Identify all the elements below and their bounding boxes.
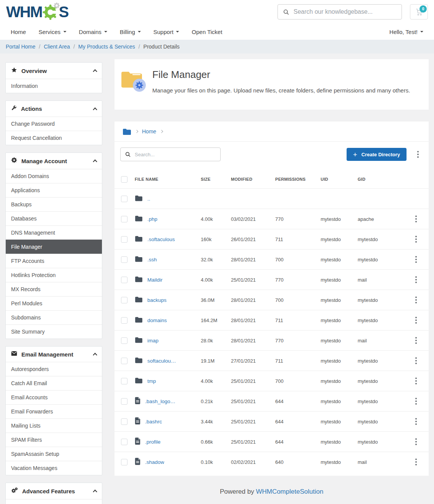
- breadcrumb-link-portal-home[interactable]: Portal Home: [6, 44, 35, 50]
- row-checkbox[interactable]: [121, 439, 127, 445]
- file-name-link[interactable]: tmp: [147, 378, 156, 384]
- row-checkbox[interactable]: [121, 216, 127, 222]
- sidebar-item-mx-records[interactable]: MX Records: [6, 282, 102, 296]
- sidebar-item-information[interactable]: Information: [6, 79, 102, 93]
- sidebar-item-file-manager[interactable]: File Manager: [6, 240, 102, 254]
- sidebar-item-spamassasin-setup[interactable]: SpamAssasin Setup: [6, 447, 102, 461]
- file-name-link[interactable]: .ssh: [147, 257, 157, 263]
- cell-modified: 27/01/2021: [231, 358, 275, 364]
- file-name-link[interactable]: domains: [147, 318, 167, 323]
- table-options-kebab-button[interactable]: [415, 149, 421, 159]
- row-checkbox[interactable]: [121, 196, 127, 202]
- chevron-right-icon: [160, 130, 163, 133]
- row-checkbox[interactable]: [121, 337, 127, 344]
- file-name-link[interactable]: backups: [147, 297, 166, 303]
- row-actions-kebab-button[interactable]: [413, 416, 419, 426]
- breadcrumb-link-my-products-services[interactable]: My Products & Services: [78, 44, 135, 50]
- row-checkbox[interactable]: [121, 398, 127, 405]
- nav-item-support[interactable]: Support: [153, 29, 179, 35]
- folder-icon: [135, 296, 143, 304]
- sidebar-item-ftp-accounts[interactable]: FTP Accounts: [6, 254, 102, 268]
- sidebar-item-change-password[interactable]: Change Password: [6, 117, 102, 131]
- sidebar-item-perl-modules[interactable]: Perl Modules: [6, 296, 102, 310]
- table-row: domains164.2M28/01/2021711mytestdomytest…: [115, 310, 429, 330]
- file-name-link[interactable]: .profile: [145, 439, 161, 445]
- row-actions-kebab-button[interactable]: [413, 254, 419, 264]
- nav-item-domains[interactable]: Domains: [79, 29, 107, 35]
- row-checkbox[interactable]: [121, 277, 127, 283]
- row-checkbox[interactable]: [121, 418, 127, 425]
- sidebar-item-catch-all-email[interactable]: Catch All Email: [6, 376, 102, 390]
- nav-item-open-ticket[interactable]: Open Ticket: [192, 29, 222, 35]
- row-checkbox[interactable]: [121, 317, 127, 324]
- sidebar-panel-header-overview[interactable]: Overview: [6, 63, 102, 79]
- sidebar-item-email-accounts[interactable]: Email Accounts: [6, 390, 102, 404]
- file-name-link[interactable]: .shadow: [145, 459, 164, 465]
- file-name-link[interactable]: .softaculous: [147, 237, 175, 242]
- whmcs-logo[interactable]: WHM: [6, 3, 68, 20]
- sidebar-item-autoresponders[interactable]: Autoresponders: [6, 362, 102, 376]
- row-checkbox[interactable]: [121, 358, 127, 364]
- sidebar-item-apache-handlers[interactable]: Apache Handlers: [6, 499, 102, 504]
- file-name-link[interactable]: imap: [147, 338, 158, 344]
- file-search-input[interactable]: [135, 152, 216, 157]
- sidebar-item-backups[interactable]: Backups: [6, 197, 102, 211]
- cell-modified: 28/01/2021: [231, 338, 275, 344]
- folder-icon: [135, 337, 143, 344]
- cart-button[interactable]: 0: [410, 4, 428, 19]
- row-checkbox[interactable]: [121, 256, 127, 263]
- select-all-checkbox[interactable]: [121, 176, 127, 183]
- file-name-link[interactable]: .bash_logo…: [145, 399, 176, 404]
- nav-item-home[interactable]: Home: [11, 29, 26, 35]
- sidebar-panel-header-advanced-features[interactable]: Advanced Features: [6, 483, 102, 499]
- file-name-link[interactable]: Maildir: [147, 277, 163, 283]
- row-checkbox[interactable]: [121, 378, 127, 384]
- sidebar-item-addon-domains[interactable]: Addon Domains: [6, 169, 102, 183]
- user-menu[interactable]: Hello, Test!: [389, 29, 423, 35]
- file-name-link[interactable]: softaculou…: [147, 358, 176, 364]
- cell-modified: 28/01/2021: [231, 297, 275, 303]
- sidebar-panel-header-actions[interactable]: Actions: [6, 101, 102, 117]
- row-actions-kebab-button[interactable]: [413, 234, 419, 244]
- sidebar-panel-header-email-management[interactable]: Email Management: [6, 347, 102, 362]
- sidebar-item-email-forwarders[interactable]: Email Forwarders: [6, 404, 102, 418]
- file-name-link[interactable]: .php: [147, 216, 157, 222]
- sidebar-item-hotlinks-protection[interactable]: Hotlinks Protection: [6, 268, 102, 282]
- whmcs-brand-link[interactable]: WHMCompleteSolution: [256, 488, 323, 495]
- row-actions-kebab-button[interactable]: [413, 376, 419, 386]
- sidebar-item-databases[interactable]: Databases: [6, 211, 102, 225]
- row-actions-kebab-button[interactable]: [413, 335, 419, 345]
- nav-item-billing[interactable]: Billing: [120, 29, 141, 35]
- breadcrumb-link-client-area[interactable]: Client Area: [44, 44, 70, 50]
- row-actions-kebab-button[interactable]: [413, 275, 419, 285]
- sidebar-item-subdomains[interactable]: Subdomains: [6, 310, 102, 324]
- knowledgebase-search-input[interactable]: [294, 8, 397, 15]
- sidebar-item-dns-management[interactable]: DNS Management: [6, 225, 102, 240]
- sidebar-item-applications[interactable]: Applications: [6, 183, 102, 197]
- sidebar-item-mailing-lists[interactable]: Mailing Lists: [6, 418, 102, 433]
- row-checkbox[interactable]: [121, 459, 127, 465]
- row-actions-kebab-button[interactable]: [413, 214, 419, 224]
- row-actions-kebab-button[interactable]: [413, 356, 419, 366]
- sidebar-panel-header-manage-account[interactable]: Manage Account: [6, 153, 102, 169]
- sidebar-item-vacation-messages[interactable]: Vacation Messages: [6, 461, 102, 475]
- nav-item-services[interactable]: Services: [39, 29, 66, 35]
- row-actions-kebab-button[interactable]: [413, 295, 419, 305]
- sidebar-item-request-cancellation[interactable]: Request Cancellation: [6, 131, 102, 145]
- cell-uid: mytestdo: [321, 419, 358, 425]
- row-checkbox[interactable]: [121, 297, 127, 303]
- sidebar-item-site-summary[interactable]: Site Summary: [6, 324, 102, 339]
- row-actions-kebab-button[interactable]: [413, 457, 419, 467]
- path-home-link[interactable]: Home: [142, 128, 156, 135]
- row-actions-kebab-button[interactable]: [413, 396, 419, 406]
- file-manager-folder-icon: [121, 70, 143, 89]
- file-name-link[interactable]: ..: [147, 196, 150, 202]
- file-name-link[interactable]: .bashrc: [145, 419, 162, 425]
- sidebar-panel-title: Actions: [21, 105, 42, 112]
- row-checkbox[interactable]: [121, 236, 127, 243]
- row-actions-kebab-button[interactable]: [413, 315, 419, 325]
- sidebar-item-spam-filters[interactable]: SPAM Filters: [6, 433, 102, 447]
- gear-icon: [11, 157, 17, 165]
- create-directory-button[interactable]: + Create Directory: [347, 148, 407, 161]
- row-actions-kebab-button[interactable]: [413, 437, 419, 447]
